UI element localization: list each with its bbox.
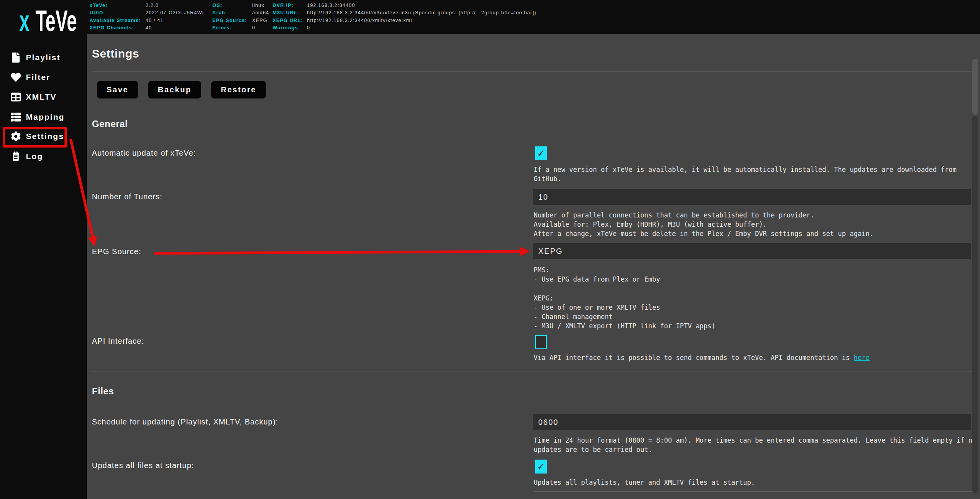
sidebar-item-xmltv[interactable]: XMLTV [0,87,87,107]
auto-update-checkbox[interactable]: ✓ [535,146,547,160]
help-line: Available for: Plex, Emby (HDHR), M3U (w… [534,220,980,229]
stats-col3-labels: DVR IP: M3U URL: XEPG URL: Warnings: [273,2,303,32]
stat-label: Errors: [212,24,247,32]
logo-x: x [19,4,29,37]
sidebar-item-settings[interactable]: Settings [0,126,87,146]
epg-source-help: PMS: - Use EPG data from Plex or Emby XE… [534,265,980,331]
stat-label: UUID: [90,9,141,17]
stat-value: XEPG [252,17,269,24]
stat-label: OS: [212,2,247,9]
stats-col3-values: 192.168.3.2:34400 http://192.168.3.2:344… [307,2,536,32]
stat-value: 2.2.0 [146,2,205,9]
stat-label: Arch: [212,9,247,17]
help-line: PMS: [534,265,980,275]
tuners-input[interactable] [533,189,971,205]
sidebar-item-label: Mapping [26,112,64,122]
auto-update-help: If a new version of xTeVe is available, … [534,165,980,184]
settings-page: Settings Save Backup Restore General Aut… [87,34,980,499]
scrollbar-thumb[interactable] [972,59,978,115]
api-interface-checkbox[interactable] [535,335,547,349]
api-interface-label: API Interface: [92,337,144,346]
backup-button[interactable]: Backup [148,81,201,98]
stat-value: http://192.168.3.2:34400/xmltv/xteve.xml [307,17,536,24]
list-icon [11,112,21,122]
stat-label: Warnings: [273,24,303,32]
stat-label: M3U URL: [273,9,303,17]
api-interface-help: Via API interface it is possible to send… [534,353,980,362]
divider [92,372,973,372]
sidebar-item-label: Log [26,152,43,161]
sidebar-item-mapping[interactable]: Mapping [0,107,87,127]
log-icon [11,151,21,161]
section-heading-files: Files [92,386,114,397]
stat-label: EPG Source: [212,17,247,24]
help-line: Number of parallel connections that can … [534,210,980,220]
checkmark: ✓ [535,146,547,160]
sidebar-item-playlist[interactable]: Playlist [0,48,87,68]
stat-label: XEPG URL: [273,17,303,24]
stat-value: 40 / 41 [146,17,205,24]
schedule-input[interactable] [533,414,971,430]
auto-update-label: Automatic update of xTeVe: [92,149,196,158]
app-logo: xTeVe [19,6,77,36]
help-line: XEPG: [534,294,980,303]
top-info-bar: xTeVe: UUID: Available Streams: XEPG Cha… [0,0,980,34]
table-icon [11,92,21,102]
sidebar-item-label: Filter [26,73,50,82]
epg-source-select[interactable]: XEPG [533,243,971,259]
toolbar: Save Backup Restore [97,81,276,98]
sidebar-item-label: Settings [26,132,64,141]
heart-icon [11,72,21,82]
stat-value: amd64 [252,9,269,17]
help-line: - Channel management [534,312,980,321]
stats-col2-labels: OS: Arch: EPG Source: Errors: [212,2,247,32]
help-line: - M3U / XMLTV export (HTTP link for IPTV… [534,321,980,331]
tuners-help: Number of parallel connections that can … [534,210,980,239]
file-icon [11,53,21,63]
sidebar-item-filter[interactable]: Filter [0,67,87,87]
schedule-label: Schedule for updating (Playlist, XMLTV, … [92,418,278,426]
sidebar-item-label: XMLTV [26,92,57,102]
divider [533,491,973,492]
gear-icon [11,131,21,141]
stats-col1-labels: xTeVe: UUID: Available Streams: XEPG Cha… [90,2,141,32]
stat-value: 0 [307,24,536,32]
startup-update-label: Updates all files at startup: [92,461,194,470]
stat-value: 0 [252,24,269,32]
schedule-help: Time in 24 hour format (0800 = 8:00 am).… [534,436,980,455]
stat-label: DVR IP: [273,2,303,9]
page-title: Settings [92,47,139,60]
sidebar: xTeVe Playlist Filter XMLTV Mapping Sett… [0,0,87,499]
stat-value: 40 [146,24,205,32]
restore-button[interactable]: Restore [211,81,266,98]
stats-col2-values: linux amd64 XEPG 0 [252,2,269,32]
startup-update-checkbox[interactable]: ✓ [535,460,547,474]
stat-label: xTeVe: [90,2,141,9]
sidebar-item-log[interactable]: Log [0,146,87,166]
divider [92,71,973,72]
stat-value: 2022-07-O2OI-J5R4WL [146,9,205,17]
help-line [534,284,980,293]
logo-name: TeVe [36,4,77,37]
help-text: Via API interface it is possible to send… [534,354,854,362]
stat-label: XEPG Channels: [90,24,141,32]
tuners-label: Number of Tuners: [92,192,163,201]
stat-value: 192.168.3.2:34400 [307,2,536,9]
section-heading-general: General [92,119,128,129]
stat-label: Available Streams: [90,17,141,24]
api-docs-link[interactable]: here [854,354,870,362]
help-line: - Use EPG data from Plex or Emby [534,275,980,284]
stat-value: linux [252,2,269,9]
help-line: After a change, xTeVe must be delete in … [534,229,980,238]
scrollbar-track[interactable] [972,116,978,494]
stats-col1-values: 2.2.0 2022-07-O2OI-J5R4WL 40 / 41 40 [146,2,205,32]
save-button[interactable]: Save [97,81,138,98]
startup-update-help: Updates all playlists, tuner and XMLTV f… [534,478,980,487]
sidebar-item-label: Playlist [26,53,61,62]
help-line: - Use of one or more XMLTV files [534,303,980,312]
stat-value: http://192.168.3.2:34400/m3u/xteve.m3u (… [307,9,536,17]
checkmark: ✓ [535,460,547,474]
epg-source-label: EPG Source: [92,247,141,256]
